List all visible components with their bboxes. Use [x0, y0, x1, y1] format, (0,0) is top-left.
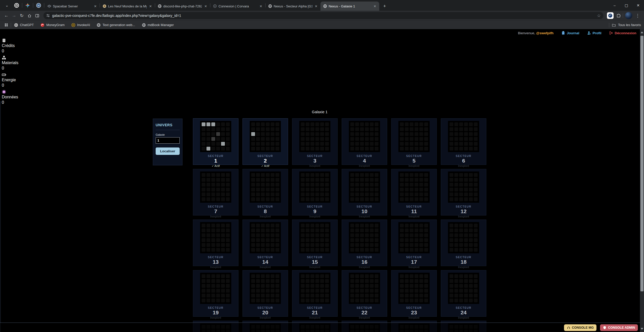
home-icon[interactable] — [26, 12, 33, 19]
scrollbar-down-arrow-icon[interactable] — [641, 328, 643, 330]
sector-card-16[interactable]: SECTEUR16Inexploré — [342, 220, 387, 266]
sector-card-12[interactable]: SECTEUR12Inexploré — [441, 169, 486, 215]
galaxie-input[interactable] — [156, 137, 180, 144]
window-controls: – ▢ ✕ — [609, 0, 644, 11]
tab-search-icon[interactable]: ⌄ — [3, 1, 11, 10]
minimap-cell — [419, 188, 423, 191]
minimap-cell — [202, 224, 205, 227]
minimap-cell — [221, 132, 225, 136]
close-window-button[interactable]: ✕ — [632, 0, 644, 11]
sector-card-10[interactable]: SECTEUR10Inexploré — [342, 169, 387, 215]
tab-close-icon[interactable]: ✕ — [148, 4, 153, 8]
tab-close-icon[interactable]: ✕ — [373, 4, 377, 8]
sector-card-17[interactable]: SECTEUR17Inexploré — [391, 220, 437, 266]
back-icon[interactable]: ← — [3, 12, 10, 19]
pinned-tab-color-sparkle-icon[interactable] — [23, 1, 32, 10]
forward-icon[interactable]: → — [10, 12, 18, 19]
sector-card-2[interactable]: SECTEUR2✓ Actif — [243, 118, 288, 165]
minimap-cell — [251, 142, 255, 146]
address-bar[interactable]: galactic-pve-conquest-c7fe.dev.flatlogic… — [43, 12, 603, 19]
reload-icon[interactable]: ↻ — [18, 12, 26, 19]
tab-close-icon[interactable]: ✕ — [203, 4, 208, 8]
side-panel-icon[interactable] — [33, 12, 41, 19]
minimap-cell — [350, 188, 354, 191]
tab-close-icon[interactable]: ✕ — [314, 4, 318, 8]
apps-grid-icon[interactable] — [3, 21, 9, 29]
sector-card-3[interactable]: SECTEUR3Inexploré — [292, 118, 338, 165]
userbar-link-profil[interactable]: Profil — [587, 31, 602, 35]
pinned-tab-openai-knot-icon[interactable] — [12, 1, 21, 10]
minimap-cell — [405, 192, 409, 196]
bookmark-chatgpt[interactable]: ChatGPT — [14, 23, 34, 27]
bookmark-moneygram[interactable]: MoneyGram — [40, 23, 65, 27]
minimap-cell — [261, 122, 265, 126]
minimap-cell — [464, 294, 468, 297]
minimap-cell — [216, 127, 220, 131]
tab-close-icon[interactable]: ✕ — [259, 4, 263, 8]
maximize-button[interactable]: ▢ — [620, 0, 632, 11]
minimap-cell — [211, 279, 215, 283]
profile-avatar[interactable] — [625, 12, 632, 19]
console-mg-button[interactable]: CONSOLE MG — [564, 324, 596, 331]
minimap-cell — [350, 294, 354, 297]
minimap-cell — [206, 142, 210, 146]
minimap-cell — [202, 188, 205, 191]
minimize-button[interactable]: – — [609, 0, 620, 11]
minimap-cell — [419, 248, 423, 252]
userbar-link-deconnexion[interactable]: Déconnexion — [609, 31, 636, 35]
browser-tab-3[interactable]: discord-like-php-chat-7262.dev✕ — [155, 2, 210, 11]
new-tab-button[interactable]: + — [381, 2, 388, 10]
extension-icon[interactable] — [607, 12, 614, 19]
minimap-cell — [405, 279, 409, 283]
secteur-label: SECTEUR — [356, 256, 372, 259]
extensions-puzzle-icon[interactable] — [615, 12, 622, 19]
browser-tab-1[interactable]: Spacebar Server✕ — [45, 2, 100, 11]
sector-card-13[interactable]: SECTEUR13Inexploré — [193, 220, 238, 266]
pinned-tab-wordpress-icon[interactable]: W — [34, 1, 43, 10]
sector-card-18[interactable]: SECTEUR18Inexploré — [441, 220, 486, 266]
menu-dots-icon[interactable]: ⋮ — [634, 12, 641, 19]
minimap-cell — [275, 122, 279, 126]
scrollbar-up-arrow-icon[interactable] — [641, 31, 643, 33]
sector-card-1[interactable]: SECTEUR1✓ Actif — [193, 118, 238, 165]
sector-card-11[interactable]: SECTEUR11Inexploré — [391, 169, 437, 215]
sector-card-4[interactable]: SECTEUR4Inexploré — [342, 118, 387, 165]
sector-card-5[interactable]: SECTEUR5Inexploré — [391, 118, 437, 165]
tune-icon[interactable] — [46, 14, 50, 18]
userbar-link-journal[interactable]: Journal — [561, 31, 579, 35]
bookmark-invokeai[interactable]: InvokeAI — [71, 23, 90, 27]
sector-card-24[interactable]: SECTEUR24Inexploré — [441, 270, 486, 317]
all-bookmarks[interactable]: Tous les favoris — [608, 23, 641, 27]
bookmark-text-generation-web-[interactable]: Text generation web... — [97, 23, 135, 27]
minimap-cell — [211, 289, 215, 293]
browser-tab-6[interactable]: Nexus - Galaxie 1✕ — [320, 2, 379, 11]
browser-tab-2[interactable]: Les Neuf Mondes de la Mytholo✕ — [100, 2, 155, 11]
tab-close-icon[interactable]: ✕ — [93, 4, 98, 8]
sector-card-21[interactable]: SECTEUR21Inexploré — [292, 270, 338, 317]
browser-tab-4[interactable]: Connexion | Corvara✕ — [210, 2, 265, 11]
minimap-cell — [211, 132, 215, 136]
minimap-cell — [360, 188, 364, 191]
sector-card-19[interactable]: SECTEUR19Inexploré — [193, 270, 238, 317]
localiser-button[interactable]: Localiser — [156, 147, 180, 155]
sector-card-6[interactable]: SECTEUR6Inexploré — [441, 118, 486, 165]
sector-card-8[interactable]: SECTEUR8Inexploré — [243, 169, 288, 215]
page-scrollbar[interactable] — [640, 29, 644, 332]
sector-card-9[interactable]: SECTEUR9Inexploré — [292, 169, 338, 215]
scrollbar-thumb[interactable] — [640, 36, 643, 291]
url-text[interactable]: galactic-pve-conquest-c7fe.dev.flatlogic… — [52, 14, 597, 18]
browser-tab-5[interactable]: Nexus - Secteur Alpha [G1]✕ — [266, 2, 320, 11]
minimap-cell — [275, 289, 279, 293]
bookmark-mdbook-manager[interactable]: mdBook Manager — [142, 23, 174, 27]
sector-card-22[interactable]: SECTEUR22Inexploré — [342, 270, 387, 317]
sector-card-7[interactable]: SECTEUR7Inexploré — [193, 169, 238, 215]
bookmark-star-icon[interactable]: ☆ — [597, 13, 601, 18]
console-admin-button[interactable]: CONSOLE ADMIN — [600, 324, 638, 331]
sector-card-14[interactable]: SECTEUR14Inexploré — [243, 220, 288, 266]
sector-card-20[interactable]: SECTEUR20Inexploré — [243, 270, 288, 317]
sector-card-15[interactable]: SECTEUR15Inexploré — [292, 220, 338, 266]
minimap-cell — [365, 178, 369, 182]
sector-card-23[interactable]: SECTEUR23Inexploré — [391, 270, 437, 317]
minimap-cell — [464, 178, 468, 182]
sector-minimap — [250, 121, 281, 152]
